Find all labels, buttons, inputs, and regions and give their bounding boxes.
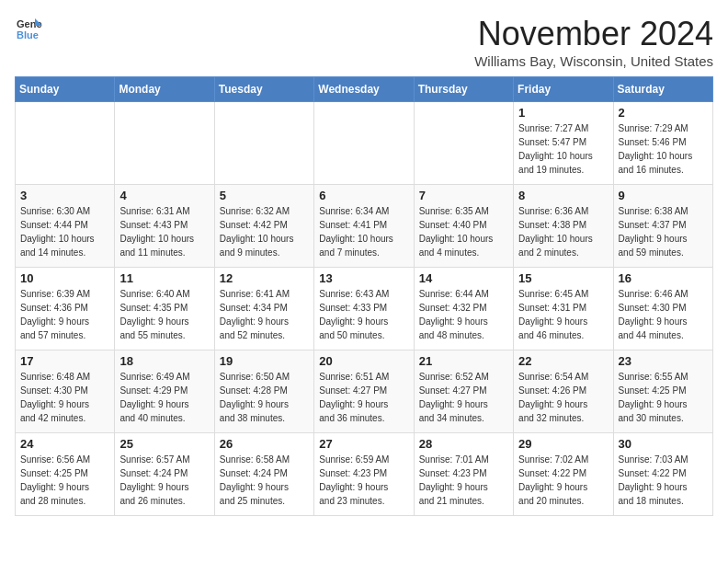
calendar-cell: 16Sunrise: 6:46 AM Sunset: 4:30 PM Dayli…	[613, 268, 712, 350]
day-info: Sunrise: 6:46 AM Sunset: 4:30 PM Dayligh…	[619, 287, 708, 342]
day-info: Sunrise: 6:43 AM Sunset: 4:33 PM Dayligh…	[319, 287, 408, 342]
calendar-cell: 11Sunrise: 6:40 AM Sunset: 4:35 PM Dayli…	[115, 268, 214, 350]
day-info: Sunrise: 6:36 AM Sunset: 4:38 PM Dayligh…	[518, 204, 608, 259]
day-number: 17	[20, 354, 109, 368]
day-number: 26	[220, 437, 309, 451]
day-info: Sunrise: 7:29 AM Sunset: 5:46 PM Dayligh…	[619, 121, 708, 177]
calendar-cell: 17Sunrise: 6:48 AM Sunset: 4:30 PM Dayli…	[16, 350, 115, 433]
day-number: 16	[619, 271, 708, 285]
title-area: November 2024 Williams Bay, Wisconsin, U…	[474, 15, 713, 69]
header-row: SundayMondayTuesdayWednesdayThursdayFrid…	[16, 77, 713, 102]
day-info: Sunrise: 6:45 AM Sunset: 4:31 PM Dayligh…	[518, 287, 608, 342]
calendar-cell: 18Sunrise: 6:49 AM Sunset: 4:29 PM Dayli…	[115, 350, 214, 433]
calendar-cell: 26Sunrise: 6:58 AM Sunset: 4:24 PM Dayli…	[214, 433, 313, 516]
calendar-cell: 7Sunrise: 6:35 AM Sunset: 4:40 PM Daylig…	[414, 185, 513, 268]
day-number: 5	[220, 189, 309, 202]
calendar-cell: 5Sunrise: 6:32 AM Sunset: 4:42 PM Daylig…	[214, 185, 313, 268]
day-number: 1	[518, 106, 608, 120]
day-info: Sunrise: 6:52 AM Sunset: 4:27 PM Dayligh…	[419, 370, 508, 425]
day-number: 25	[119, 437, 209, 451]
day-number: 22	[518, 354, 608, 368]
week-row-4: 17Sunrise: 6:48 AM Sunset: 4:30 PM Dayli…	[16, 350, 713, 433]
day-number: 24	[20, 437, 109, 451]
calendar-cell: 28Sunrise: 7:01 AM Sunset: 4:23 PM Dayli…	[414, 433, 513, 516]
day-info: Sunrise: 6:58 AM Sunset: 4:24 PM Dayligh…	[220, 453, 309, 508]
day-number: 27	[319, 437, 408, 451]
day-number: 8	[518, 189, 608, 202]
calendar-cell: 6Sunrise: 6:34 AM Sunset: 4:41 PM Daylig…	[314, 185, 414, 268]
day-number: 21	[419, 354, 508, 368]
calendar-cell: 19Sunrise: 6:50 AM Sunset: 4:28 PM Dayli…	[214, 350, 313, 433]
day-info: Sunrise: 6:32 AM Sunset: 4:42 PM Dayligh…	[220, 204, 309, 259]
calendar-cell: 14Sunrise: 6:44 AM Sunset: 4:32 PM Dayli…	[414, 268, 513, 350]
calendar-cell	[214, 102, 313, 185]
calendar-cell	[115, 102, 214, 185]
day-number: 20	[319, 354, 408, 368]
day-info: Sunrise: 6:31 AM Sunset: 4:43 PM Dayligh…	[119, 204, 209, 259]
day-info: Sunrise: 6:49 AM Sunset: 4:29 PM Dayligh…	[119, 370, 209, 425]
day-number: 29	[518, 437, 608, 451]
day-number: 28	[419, 437, 508, 451]
day-number: 15	[518, 271, 608, 285]
svg-text:Blue: Blue	[17, 29, 39, 40]
calendar-cell: 24Sunrise: 6:56 AM Sunset: 4:25 PM Dayli…	[16, 433, 115, 516]
day-number: 7	[419, 189, 508, 202]
day-number: 2	[619, 106, 708, 120]
calendar-cell: 29Sunrise: 7:02 AM Sunset: 4:22 PM Dayli…	[514, 433, 613, 516]
week-row-5: 24Sunrise: 6:56 AM Sunset: 4:25 PM Dayli…	[16, 433, 713, 516]
calendar-cell: 15Sunrise: 6:45 AM Sunset: 4:31 PM Dayli…	[514, 268, 613, 350]
week-row-2: 3Sunrise: 6:30 AM Sunset: 4:44 PM Daylig…	[16, 185, 713, 268]
day-number: 13	[319, 271, 408, 285]
calendar-cell: 8Sunrise: 6:36 AM Sunset: 4:38 PM Daylig…	[514, 185, 613, 268]
calendar-cell: 22Sunrise: 6:54 AM Sunset: 4:26 PM Dayli…	[514, 350, 613, 433]
day-info: Sunrise: 6:40 AM Sunset: 4:35 PM Dayligh…	[119, 287, 209, 342]
day-info: Sunrise: 6:54 AM Sunset: 4:26 PM Dayligh…	[518, 370, 608, 425]
day-info: Sunrise: 7:01 AM Sunset: 4:23 PM Dayligh…	[419, 453, 508, 508]
day-info: Sunrise: 6:38 AM Sunset: 4:37 PM Dayligh…	[619, 204, 708, 259]
calendar-cell: 20Sunrise: 6:51 AM Sunset: 4:27 PM Dayli…	[314, 350, 414, 433]
day-info: Sunrise: 6:34 AM Sunset: 4:41 PM Dayligh…	[319, 204, 408, 259]
day-info: Sunrise: 6:59 AM Sunset: 4:23 PM Dayligh…	[319, 453, 408, 508]
calendar-cell: 23Sunrise: 6:55 AM Sunset: 4:25 PM Dayli…	[613, 350, 712, 433]
day-number: 18	[119, 354, 209, 368]
day-info: Sunrise: 6:39 AM Sunset: 4:36 PM Dayligh…	[20, 287, 109, 342]
day-number: 6	[319, 189, 408, 202]
calendar-cell: 25Sunrise: 6:57 AM Sunset: 4:24 PM Dayli…	[115, 433, 214, 516]
calendar-cell: 21Sunrise: 6:52 AM Sunset: 4:27 PM Dayli…	[414, 350, 513, 433]
column-header-sunday: Sunday	[16, 77, 115, 102]
calendar-cell	[414, 102, 513, 185]
day-info: Sunrise: 7:02 AM Sunset: 4:22 PM Dayligh…	[518, 453, 608, 508]
day-number: 9	[619, 189, 708, 202]
day-number: 14	[419, 271, 508, 285]
logo-icon: General Blue	[15, 15, 42, 42]
calendar-cell: 2Sunrise: 7:29 AM Sunset: 5:46 PM Daylig…	[613, 102, 712, 185]
calendar-cell: 30Sunrise: 7:03 AM Sunset: 4:22 PM Dayli…	[613, 433, 712, 516]
day-number: 30	[619, 437, 708, 451]
day-number: 11	[119, 271, 209, 285]
calendar-cell: 12Sunrise: 6:41 AM Sunset: 4:34 PM Dayli…	[214, 268, 313, 350]
column-header-tuesday: Tuesday	[214, 77, 313, 102]
column-header-thursday: Thursday	[414, 77, 513, 102]
day-info: Sunrise: 6:50 AM Sunset: 4:28 PM Dayligh…	[220, 370, 309, 425]
calendar-cell: 13Sunrise: 6:43 AM Sunset: 4:33 PM Dayli…	[314, 268, 414, 350]
day-info: Sunrise: 6:41 AM Sunset: 4:34 PM Dayligh…	[220, 287, 309, 342]
day-info: Sunrise: 6:48 AM Sunset: 4:30 PM Dayligh…	[20, 370, 109, 425]
logo: General Blue	[15, 15, 42, 42]
column-header-wednesday: Wednesday	[314, 77, 414, 102]
day-number: 19	[220, 354, 309, 368]
week-row-1: 1Sunrise: 7:27 AM Sunset: 5:47 PM Daylig…	[16, 102, 713, 185]
calendar-cell	[16, 102, 115, 185]
calendar-cell: 1Sunrise: 7:27 AM Sunset: 5:47 PM Daylig…	[514, 102, 613, 185]
day-info: Sunrise: 6:57 AM Sunset: 4:24 PM Dayligh…	[119, 453, 209, 508]
month-title: November 2024	[474, 15, 713, 53]
day-number: 3	[20, 189, 109, 202]
calendar-cell: 10Sunrise: 6:39 AM Sunset: 4:36 PM Dayli…	[16, 268, 115, 350]
day-number: 23	[619, 354, 708, 368]
location: Williams Bay, Wisconsin, United States	[474, 53, 713, 69]
column-header-saturday: Saturday	[613, 77, 712, 102]
calendar-cell: 4Sunrise: 6:31 AM Sunset: 4:43 PM Daylig…	[115, 185, 214, 268]
day-info: Sunrise: 7:27 AM Sunset: 5:47 PM Dayligh…	[518, 121, 608, 177]
day-info: Sunrise: 6:56 AM Sunset: 4:25 PM Dayligh…	[20, 453, 109, 508]
day-number: 12	[220, 271, 309, 285]
calendar-cell: 9Sunrise: 6:38 AM Sunset: 4:37 PM Daylig…	[613, 185, 712, 268]
